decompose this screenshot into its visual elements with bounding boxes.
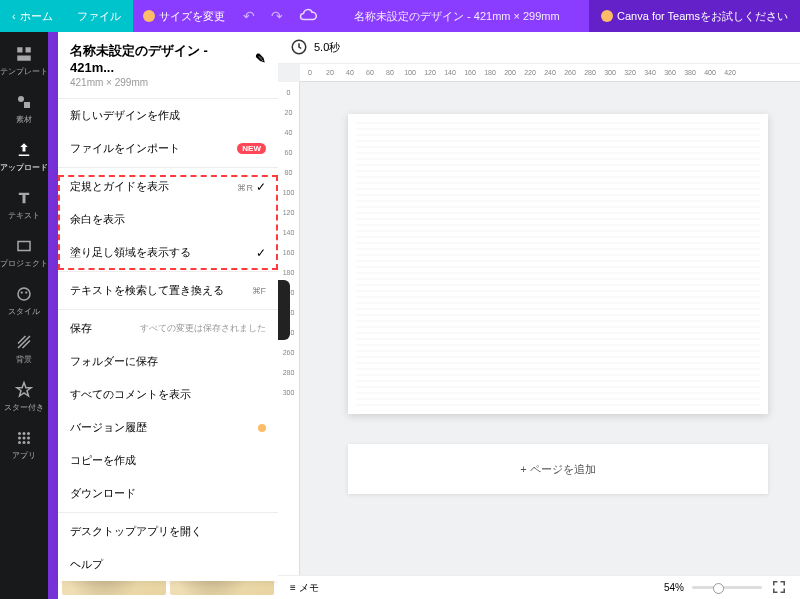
teams-label: Canva for Teamsをお試しください	[617, 9, 788, 24]
sidebar-item-label: テンプレート	[0, 66, 48, 77]
sidebar-item-label: アップロード	[0, 162, 48, 173]
menu-download[interactable]: ダウンロード	[58, 477, 278, 510]
notes-label: メモ	[299, 582, 319, 593]
canvas-page[interactable]	[348, 114, 768, 414]
panel-accent	[48, 32, 58, 599]
zoom-slider[interactable]	[692, 586, 762, 589]
menu-save[interactable]: 保存 すべての変更は保存されました	[58, 312, 278, 345]
template-icon	[15, 45, 33, 63]
top-toolbar: ‹ ホーム ファイル サイズを変更 ↶ ↷ 名称未設定のデザイン - 421mm…	[0, 0, 800, 32]
sidebar-item-label: 背景	[16, 354, 32, 365]
file-menu-button[interactable]: ファイル	[65, 0, 133, 32]
sidebar-item-background[interactable]: 背景	[0, 326, 48, 372]
sidebar-item-templates[interactable]: テンプレート	[0, 38, 48, 84]
ruler-tick: 80	[278, 162, 299, 182]
sidebar-item-apps[interactable]: アプリ	[0, 422, 48, 468]
menu-show-bleed[interactable]: 塗り足し領域を表示する ✓	[58, 236, 278, 269]
add-page-button[interactable]: + ページを追加	[348, 444, 768, 494]
ruler-tick: 200	[500, 64, 520, 81]
svg-point-11	[27, 432, 30, 435]
bottom-bar: ≡ メモ 54%	[278, 575, 800, 599]
menu-make-copy[interactable]: コピーを作成	[58, 444, 278, 477]
sidebar-item-text[interactable]: テキスト	[0, 182, 48, 228]
shortcut-label: ⌘F	[252, 286, 267, 296]
ruler-tick: 260	[278, 342, 299, 362]
menu-label: コピーを作成	[70, 453, 136, 468]
sidebar-item-elements[interactable]: 素材	[0, 86, 48, 132]
sidebar-item-styles[interactable]: スタイル	[0, 278, 48, 324]
undo-button[interactable]: ↶	[235, 8, 263, 24]
menu-import-file[interactable]: ファイルをインポート NEW	[58, 132, 278, 165]
sidebar-item-uploads[interactable]: アップロード	[0, 134, 48, 180]
cloud-sync-icon[interactable]	[291, 6, 325, 26]
teams-cta-button[interactable]: Canva for Teamsをお試しください	[589, 0, 800, 32]
menu-help[interactable]: ヘルプ	[58, 548, 278, 581]
svg-rect-4	[24, 102, 30, 108]
premium-dot-icon	[258, 424, 266, 432]
ruler-tick: 280	[580, 64, 600, 81]
svg-point-14	[27, 437, 30, 440]
menu-save-folder[interactable]: フォルダーに保存	[58, 345, 278, 378]
menu-version-history[interactable]: バージョン履歴	[58, 411, 278, 444]
pencil-icon[interactable]: ✎	[255, 51, 266, 66]
svg-point-17	[27, 441, 30, 444]
crown-icon	[143, 10, 155, 22]
ruler-tick: 60	[278, 142, 299, 162]
menu-find-replace[interactable]: テキストを検索して置き換える ⌘F	[58, 274, 278, 307]
notes-button[interactable]: ≡ メモ	[290, 581, 319, 595]
fullscreen-icon[interactable]	[770, 578, 788, 598]
ruler-tick: 400	[700, 64, 720, 81]
resize-label: サイズを変更	[159, 9, 225, 24]
text-icon	[15, 189, 33, 207]
sidebar-item-label: 素材	[16, 114, 32, 125]
svg-point-6	[18, 288, 30, 300]
palette-icon	[15, 285, 33, 303]
home-button[interactable]: ‹ ホーム	[0, 0, 65, 32]
ruler-horizontal: 0204060801001201401601802002202402602803…	[300, 64, 800, 82]
ruler-tick: 140	[440, 64, 460, 81]
ruler-tick: 180	[480, 64, 500, 81]
panel-collapse-handle[interactable]	[278, 280, 290, 340]
redo-button[interactable]: ↷	[263, 8, 291, 24]
ruler-tick: 280	[278, 362, 299, 382]
menu-separator	[58, 167, 278, 168]
svg-rect-1	[26, 47, 31, 52]
menu-show-rulers[interactable]: 定規とガイドを表示 ⌘R ✓	[58, 170, 278, 203]
sidebar-item-label: アプリ	[12, 450, 36, 461]
menu-label: 余白を表示	[70, 212, 125, 227]
resize-button[interactable]: サイズを変更	[133, 9, 235, 24]
folder-icon	[15, 237, 33, 255]
check-icon: ✓	[256, 246, 266, 260]
ruler-tick: 160	[460, 64, 480, 81]
new-badge: NEW	[237, 143, 266, 154]
chevron-left-icon: ‹	[12, 10, 16, 22]
ruler-tick: 120	[420, 64, 440, 81]
ruler-tick: 180	[278, 262, 299, 282]
ruler-tick: 300	[600, 64, 620, 81]
menu-show-margins[interactable]: 余白を表示	[58, 203, 278, 236]
ruler-tick: 40	[340, 64, 360, 81]
ruler-tick: 260	[560, 64, 580, 81]
left-sidebar: テンプレート 素材 アップロード テキスト プロジェクト スタイル 背景 スター…	[0, 32, 48, 599]
ruler-tick: 360	[660, 64, 680, 81]
duration-label[interactable]: 5.0秒	[314, 40, 340, 55]
sidebar-item-label: スター付き	[4, 402, 44, 413]
sidebar-item-starred[interactable]: スター付き	[0, 374, 48, 420]
ruler-tick: 160	[278, 242, 299, 262]
zoom-value[interactable]: 54%	[664, 582, 684, 593]
svg-point-15	[18, 441, 21, 444]
sidebar-item-projects[interactable]: プロジェクト	[0, 230, 48, 276]
zoom-controls: 54%	[664, 578, 788, 598]
svg-point-10	[23, 432, 26, 435]
sidebar-item-label: テキスト	[8, 210, 40, 221]
menu-desktop-app[interactable]: デスクトップアプリを開く	[58, 515, 278, 548]
shortcut-label: ⌘R	[237, 183, 253, 193]
menu-separator	[58, 271, 278, 272]
menu-comments[interactable]: すべてのコメントを表示	[58, 378, 278, 411]
document-title[interactable]: 名称未設定のデザイン - 421mm × 299mm	[325, 9, 589, 24]
canvas-background	[356, 122, 760, 406]
canvas-area: 0204060801001201401601802002202402602803…	[278, 64, 800, 575]
menu-label: テキストを検索して置き換える	[70, 283, 224, 298]
sidebar-item-label: スタイル	[8, 306, 40, 317]
menu-new-design[interactable]: 新しいデザインを作成	[58, 99, 278, 132]
